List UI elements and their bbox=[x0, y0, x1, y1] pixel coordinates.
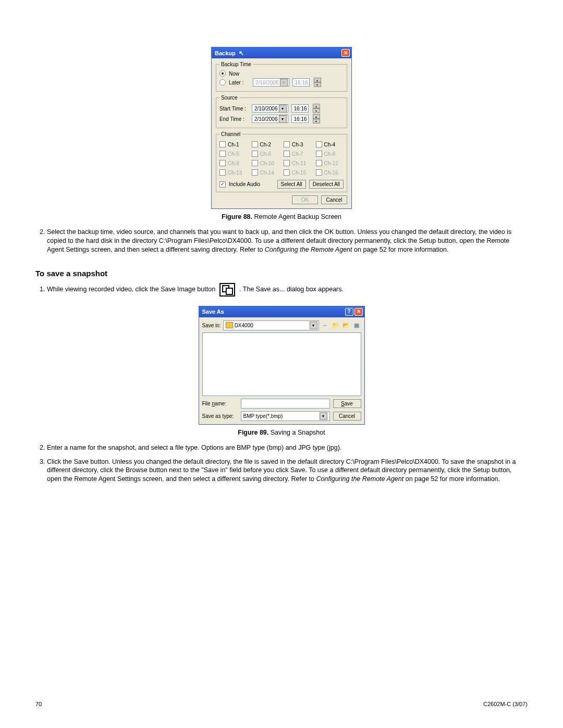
checkbox-ch10[interactable] bbox=[252, 160, 258, 166]
checkbox-ch16[interactable] bbox=[316, 169, 322, 176]
snapshot-step-1: While viewing recorded video, click the … bbox=[47, 283, 528, 297]
ok-button[interactable]: OK bbox=[292, 195, 318, 204]
view-icon[interactable]: ▦ bbox=[352, 321, 361, 330]
save-in-combo[interactable]: DX4000 ▼ bbox=[223, 320, 319, 330]
checkbox-ch14[interactable] bbox=[252, 169, 258, 176]
up-folder-icon[interactable]: 📁 bbox=[332, 321, 340, 330]
select-all-button[interactable]: Select All bbox=[277, 180, 306, 189]
checkbox-ch8[interactable] bbox=[316, 151, 322, 157]
later-date-field[interactable]: 2/10/2006 ▼ bbox=[253, 78, 289, 87]
checkbox-ch2[interactable] bbox=[252, 141, 258, 147]
later-time-spinner[interactable]: ▴▾ bbox=[314, 78, 321, 87]
chevron-down-icon[interactable]: ▼ bbox=[310, 322, 317, 329]
close-icon[interactable]: ✕ bbox=[341, 49, 350, 57]
doc-id: C2602M-C (3/07) bbox=[483, 701, 528, 707]
chevron-down-icon[interactable]: ▼ bbox=[280, 79, 288, 87]
source-group: Source Start Time : 2/10/2006 ▼ 16:16 ▴▾ bbox=[216, 95, 347, 128]
source-legend: Source bbox=[219, 95, 239, 101]
start-time-field[interactable]: 16:16 bbox=[291, 104, 309, 113]
cancel-button[interactable]: Cancel bbox=[333, 412, 361, 421]
new-folder-icon[interactable]: 📂 bbox=[342, 321, 351, 330]
snapshot-step-2: Enter a name for the snapshot, and selec… bbox=[47, 443, 528, 452]
include-audio-label: Include Audio bbox=[229, 181, 274, 187]
radio-now-label: Now bbox=[229, 71, 239, 77]
close-icon[interactable]: ✕ bbox=[354, 308, 363, 316]
channel-group: Channel Ch-1 Ch-2 Ch-3 Ch-4 Ch-5 Ch-6 Ch… bbox=[216, 131, 347, 192]
checkbox-ch5[interactable] bbox=[219, 151, 226, 157]
radio-later[interactable] bbox=[219, 79, 226, 85]
save-as-type-label: Save as type: bbox=[202, 413, 238, 419]
save-in-label: Save in: bbox=[202, 323, 221, 328]
checkbox-ch13[interactable] bbox=[219, 169, 226, 176]
backup-dialog: Backup ↖ ✕ Backup Time Now Later : bbox=[211, 47, 352, 209]
folder-icon bbox=[226, 322, 233, 328]
file-name-field[interactable] bbox=[241, 399, 330, 409]
page-number: 70 bbox=[35, 701, 42, 707]
file-name-label: File name: bbox=[202, 401, 238, 406]
save-image-icon bbox=[219, 283, 235, 297]
end-date-field[interactable]: 2/10/2006 ▼ bbox=[252, 115, 288, 123]
chevron-down-icon[interactable]: ▼ bbox=[320, 412, 327, 420]
file-list[interactable] bbox=[202, 332, 361, 396]
checkbox-ch9[interactable] bbox=[219, 160, 226, 166]
save-button[interactable]: Save bbox=[333, 399, 361, 408]
checkbox-ch7[interactable] bbox=[284, 151, 290, 157]
checkbox-ch3[interactable] bbox=[284, 141, 290, 147]
saveas-titlebar[interactable]: Save As ? ✕ bbox=[199, 306, 364, 317]
start-date-field[interactable]: 2/10/2006 ▼ bbox=[252, 104, 288, 113]
chevron-down-icon[interactable]: ▼ bbox=[279, 115, 287, 123]
channel-legend: Channel bbox=[219, 131, 242, 137]
end-time-spinner[interactable]: ▴▾ bbox=[313, 114, 320, 124]
checkbox-include-audio[interactable] bbox=[219, 181, 226, 188]
figure-89-caption: Figure 89. Saving a Snapshot bbox=[35, 429, 528, 436]
checkbox-ch11[interactable] bbox=[284, 160, 290, 166]
backup-time-group: Backup Time Now Later : 2/10/2006 ▼ bbox=[216, 61, 347, 92]
save-as-dialog: Save As ? ✕ Save in: DX4000 ▼ ← 📁 bbox=[199, 306, 365, 425]
start-time-label: Start Time : bbox=[219, 106, 249, 112]
snapshot-step-3: Click the Save button. Unless you change… bbox=[47, 458, 528, 484]
backup-time-legend: Backup Time bbox=[219, 61, 253, 67]
end-time-field[interactable]: 16:16 bbox=[291, 115, 309, 123]
checkbox-ch6[interactable] bbox=[252, 151, 258, 157]
page-footer: 70 C2602M-C (3/07) bbox=[35, 701, 528, 707]
checkbox-ch15[interactable] bbox=[284, 169, 290, 176]
snapshot-heading: To save a snapshot bbox=[35, 269, 528, 278]
later-time-field[interactable]: 16:16 bbox=[292, 78, 310, 87]
titlebar[interactable]: Backup ↖ ✕ bbox=[212, 47, 351, 58]
radio-now[interactable] bbox=[219, 70, 226, 77]
figure-88-caption: Figure 88. Remote Agent Backup Screen bbox=[35, 213, 528, 220]
save-as-type-field[interactable]: BMP type(*.bmp) ▼ bbox=[241, 411, 330, 421]
deselect-all-button[interactable]: Deselect All bbox=[309, 180, 344, 189]
end-time-label: End Time : bbox=[219, 116, 249, 122]
checkbox-ch12[interactable] bbox=[316, 160, 322, 166]
body-text: Select the backup time, video source, an… bbox=[35, 228, 528, 254]
cursor-icon: ↖ bbox=[239, 50, 244, 57]
chevron-down-icon[interactable]: ▼ bbox=[279, 105, 287, 113]
cancel-button[interactable]: Cancel bbox=[321, 195, 347, 204]
help-icon[interactable]: ? bbox=[345, 308, 353, 316]
back-icon[interactable]: ← bbox=[321, 321, 330, 330]
saveas-title: Save As bbox=[202, 309, 224, 315]
checkbox-ch1[interactable] bbox=[219, 141, 226, 147]
start-time-spinner[interactable]: ▴▾ bbox=[313, 104, 320, 113]
checkbox-ch4[interactable] bbox=[316, 141, 322, 147]
dialog-title: Backup bbox=[215, 50, 236, 56]
step-2: Select the backup time, video source, an… bbox=[47, 228, 528, 254]
radio-later-label: Later : bbox=[229, 80, 250, 85]
